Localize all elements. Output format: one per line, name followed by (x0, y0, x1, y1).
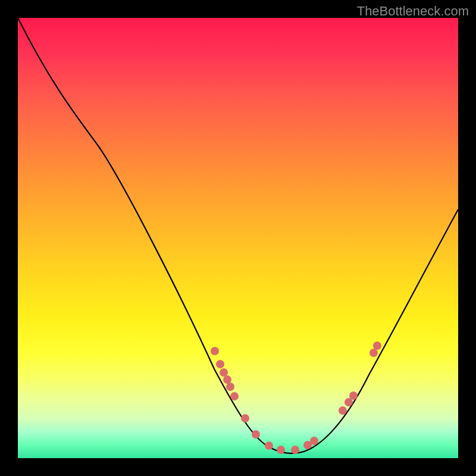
attribution-text: TheBottleneck.com (357, 4, 469, 19)
data-point (277, 446, 285, 454)
chart-svg (18, 18, 458, 458)
data-point (220, 368, 228, 377)
data-point (349, 392, 358, 400)
data-point (216, 360, 224, 368)
data-point (373, 342, 381, 350)
data-point (369, 349, 378, 357)
data-point (310, 437, 318, 445)
bottleneck-curve (18, 18, 458, 453)
data-point (223, 375, 231, 384)
data-point (211, 347, 219, 355)
data-point (226, 383, 234, 391)
data-point (339, 406, 347, 415)
data-points-group (211, 342, 381, 454)
data-point (241, 414, 249, 422)
data-point (230, 392, 239, 400)
data-point (265, 441, 273, 450)
chart-plot-area (18, 18, 458, 458)
data-point (252, 430, 260, 439)
data-point (291, 446, 299, 454)
